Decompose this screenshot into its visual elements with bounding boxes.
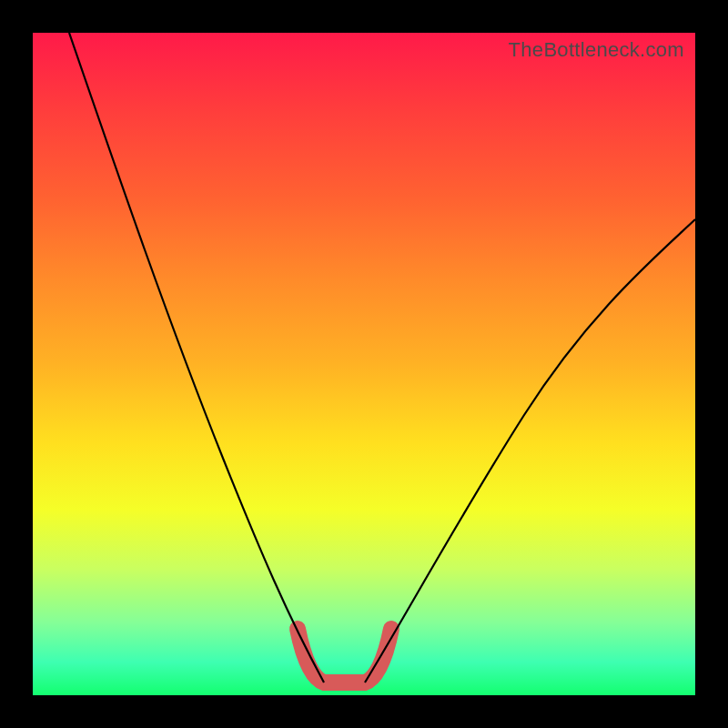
bottleneck-curve-left	[69, 33, 324, 682]
highlight-segment	[298, 629, 391, 682]
chart-stage: TheBottleneck.com	[0, 0, 728, 728]
bottleneck-curve-right	[365, 219, 695, 682]
curve-svg	[33, 33, 695, 695]
plot-area: TheBottleneck.com	[33, 33, 695, 695]
